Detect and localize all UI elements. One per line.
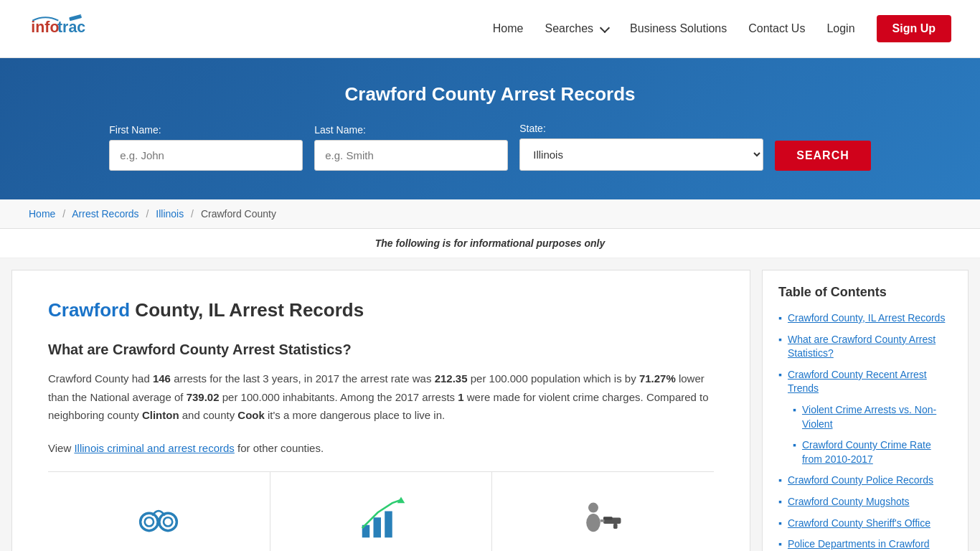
toc-link-6[interactable]: Crawford County Police Records <box>788 474 933 488</box>
toc-item-2: What are Crawford County Arrest Statisti… <box>778 333 952 361</box>
navbar: info tracer ™ Home Searches Business Sol… <box>0 0 980 58</box>
hero-banner: Crawford County Arrest Records First Nam… <box>0 58 980 199</box>
heading-highlight: Crawford <box>48 299 130 321</box>
icon-cell-handcuffs <box>48 472 270 551</box>
page-heading: Crawford County, IL Arrest Records <box>48 299 714 321</box>
main-content: Crawford County, IL Arrest Records What … <box>0 258 980 551</box>
nav-link-contact[interactable]: Contact Us <box>748 22 805 34</box>
toc-link-7[interactable]: Crawford County Mugshots <box>788 495 910 509</box>
breadcrumb-sep-3: / <box>191 208 194 220</box>
last-name-label: Last Name: <box>314 124 366 136</box>
nav-link-business[interactable]: Business Solutions <box>630 22 727 34</box>
toc-link-8[interactable]: Crawford County Sheriff's Office <box>788 517 930 531</box>
svg-text:info: info <box>31 19 59 36</box>
nav-item-business[interactable]: Business Solutions <box>630 22 727 35</box>
svg-point-15 <box>586 514 600 532</box>
sidebar: Table of Contents Crawford County, IL Ar… <box>750 258 980 551</box>
signup-button[interactable]: Sign Up <box>877 15 951 42</box>
search-form: First Name: Last Name: State: Illinois A… <box>29 123 951 171</box>
view-records-paragraph: View Illinois criminal and arrest record… <box>48 439 714 458</box>
nav-item-login[interactable]: Login <box>826 22 854 35</box>
nav-item-signup[interactable]: Sign Up <box>877 15 951 42</box>
heading-rest: County, IL Arrest Records <box>130 299 364 321</box>
state-group: State: Illinois Alabama Alaska Arizona A… <box>519 123 763 171</box>
icons-row <box>48 471 714 551</box>
breadcrumb: Home / Arrest Records / Illinois / Crawf… <box>0 199 980 229</box>
toc-link-1[interactable]: Crawford County, IL Arrest Records <box>788 311 945 326</box>
state-label: State: <box>519 123 546 134</box>
breadcrumb-sep-1: / <box>62 208 65 220</box>
gun-icon <box>578 494 628 544</box>
first-name-group: First Name: <box>109 124 303 171</box>
svg-point-7 <box>159 513 177 531</box>
search-button[interactable]: SEARCH <box>775 141 871 171</box>
chart-icon <box>356 494 406 544</box>
toc-title: Table of Contents <box>778 285 952 300</box>
breadcrumb-home[interactable]: Home <box>29 208 55 220</box>
toc-list: Crawford County, IL Arrest Records What … <box>778 311 952 551</box>
svg-rect-11 <box>374 517 382 537</box>
toc-item-7: Crawford County Mugshots <box>778 495 952 509</box>
icon-cell-chart <box>270 472 493 551</box>
svg-point-6 <box>145 517 154 526</box>
toc-box: Table of Contents Crawford County, IL Ar… <box>762 270 969 551</box>
handcuffs-icon <box>133 494 184 544</box>
hero-title: Crawford County Arrest Records <box>29 83 951 105</box>
first-name-input[interactable] <box>109 140 303 171</box>
nav-item-contact[interactable]: Contact Us <box>748 22 805 35</box>
toc-item-6: Crawford County Police Records <box>778 474 952 488</box>
toc-item-8: Crawford County Sheriff's Office <box>778 517 952 531</box>
nav-item-home[interactable]: Home <box>493 22 524 35</box>
login-button[interactable]: Login <box>826 22 854 35</box>
nav-link-home[interactable]: Home <box>493 22 524 34</box>
nav-link-searches[interactable]: Searches <box>545 22 608 35</box>
toc-link-5[interactable]: Crawford County Crime Rate from 2010-201… <box>802 438 952 466</box>
chevron-down-icon <box>600 22 610 32</box>
toc-item-5: Crawford County Crime Rate from 2010-201… <box>778 438 952 466</box>
nav-links: Home Searches Business Solutions Contact… <box>493 15 951 42</box>
last-name-input[interactable] <box>314 140 508 171</box>
toc-item-1: Crawford County, IL Arrest Records <box>778 311 952 326</box>
il-records-link[interactable]: Illinois criminal and arrest records <box>74 442 234 454</box>
last-name-group: Last Name: <box>314 124 508 171</box>
stats-paragraph: Crawford County had 146 arrests for the … <box>48 369 714 425</box>
breadcrumb-sep-2: / <box>146 208 149 220</box>
nav-item-searches[interactable]: Searches <box>545 22 608 35</box>
stats-heading: What are Crawford County Arrest Statisti… <box>48 342 714 358</box>
icon-cell-gun <box>492 472 714 551</box>
first-name-label: First Name: <box>109 124 161 136</box>
info-note: The following is for informational purpo… <box>0 229 980 258</box>
content-area: Crawford County, IL Arrest Records What … <box>11 270 750 551</box>
toc-link-4[interactable]: Violent Crime Arrests vs. Non-Violent <box>802 403 952 431</box>
toc-link-3[interactable]: Crawford County Recent Arrest Trends <box>788 368 952 396</box>
svg-rect-18 <box>603 517 613 519</box>
svg-rect-12 <box>385 512 392 538</box>
svg-point-5 <box>141 513 159 531</box>
toc-item-9: Police Departments in Crawford County <box>778 537 952 551</box>
breadcrumb-county: Crawford County <box>201 208 276 220</box>
toc-item-4: Violent Crime Arrests vs. Non-Violent <box>778 403 952 431</box>
logo[interactable]: info tracer ™ <box>29 7 86 50</box>
state-select[interactable]: Illinois Alabama Alaska Arizona Arkansas… <box>519 138 763 171</box>
svg-point-14 <box>588 503 598 513</box>
toc-item-3: Crawford County Recent Arrest Trends <box>778 368 952 396</box>
breadcrumb-illinois[interactable]: Illinois <box>156 208 184 220</box>
svg-rect-17 <box>613 524 618 529</box>
breadcrumb-arrest-records[interactable]: Arrest Records <box>72 208 138 220</box>
toc-link-9[interactable]: Police Departments in Crawford County <box>788 537 952 551</box>
svg-text:tracer: tracer <box>57 19 86 36</box>
toc-link-2[interactable]: What are Crawford County Arrest Statisti… <box>788 333 952 361</box>
svg-point-8 <box>164 517 172 526</box>
